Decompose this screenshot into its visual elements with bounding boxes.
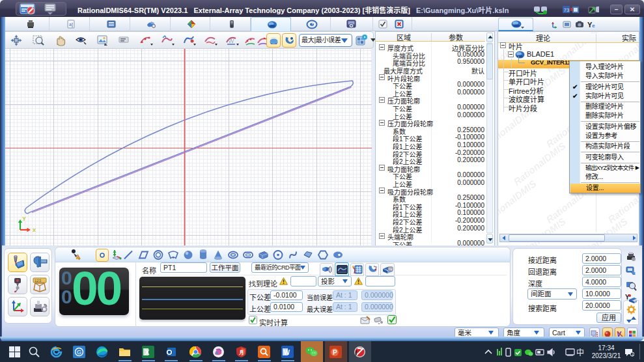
svg-text:a]: a] (69, 22, 73, 27)
svg-text:x: x (33, 227, 36, 233)
svg-text:X: X (145, 349, 150, 356)
svg-text:73: 73 (564, 7, 570, 13)
svg-text:123: 123 (35, 279, 42, 283)
svg-text:Ye: Ye (587, 21, 595, 29)
svg-text:中: 中 (576, 348, 584, 357)
svg-text:Y: Y (22, 216, 26, 222)
svg-text:G: G (77, 349, 81, 355)
svg-text:月: 月 (238, 350, 244, 355)
svg-text:W: W (284, 349, 290, 356)
svg-text:P: P (333, 349, 337, 356)
